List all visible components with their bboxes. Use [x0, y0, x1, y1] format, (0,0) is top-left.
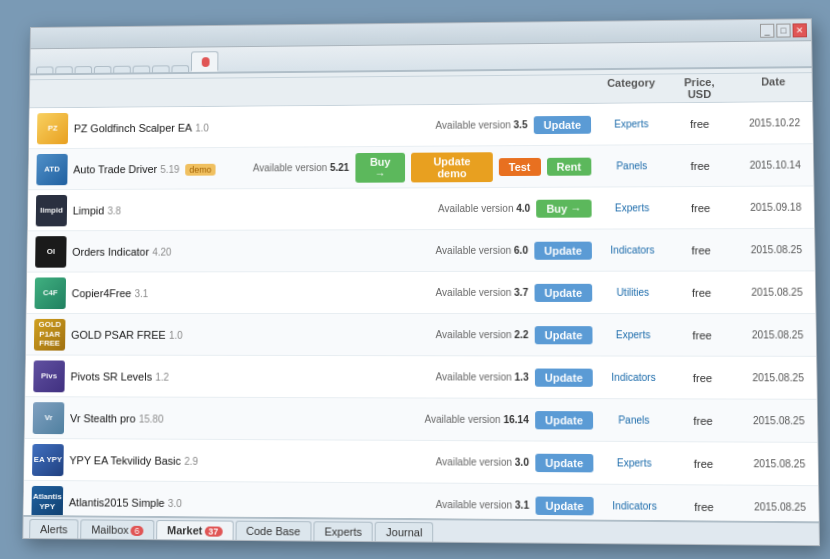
row-title: Vr Stealth pro — [70, 411, 136, 423]
row-category[interactable]: Panels — [591, 160, 672, 171]
row-category[interactable]: Utilities — [592, 286, 673, 297]
table-row: PZ PZ Goldfinch Scalper EA 1.0 Available… — [29, 102, 813, 149]
tab-badge: 37 — [204, 526, 222, 536]
row-icon: ATD — [36, 153, 67, 184]
tab-purchased[interactable] — [191, 51, 218, 72]
row-category[interactable]: Experts — [591, 118, 672, 130]
btn-update[interactable]: Update — [533, 115, 591, 133]
row-icon: Vr — [33, 401, 65, 433]
avail-ver: 3.7 — [514, 286, 528, 297]
row-info-col: Available version 3.7 Update — [252, 283, 592, 301]
table-row: C4F Copier4Free 3.1 Available version 3.… — [27, 271, 816, 314]
col-header-name — [38, 80, 254, 105]
bottom-tab-mailbox[interactable]: Mailbox6 — [80, 519, 154, 539]
tab-indicators[interactable] — [75, 66, 92, 73]
row-name-col: OI Orders Indicator 4.20 — [35, 235, 252, 267]
avail-ver: 4.0 — [516, 202, 530, 213]
row-name-col: limpid Limpid 3.8 — [36, 193, 253, 225]
btn-update[interactable]: Update — [535, 410, 593, 429]
tab-main[interactable] — [36, 66, 53, 73]
tab-analyzers[interactable] — [133, 65, 151, 72]
row-title: GOLD PSAR FREE — [71, 328, 166, 340]
row-date: 2015.10.14 — [728, 159, 805, 170]
row-price: free — [672, 159, 728, 171]
table-row: OI Orders Indicator 4.20 Available versi… — [27, 228, 814, 272]
avail-text: Available version 16.14 — [425, 413, 529, 425]
avail-ver: 16.14 — [503, 413, 528, 424]
avail-text: Available version 3.1 — [436, 498, 529, 510]
row-category[interactable]: Indicators — [594, 500, 676, 512]
row-category[interactable]: Panels — [593, 414, 675, 426]
avail-ver: 3.1 — [515, 499, 529, 510]
row-icon: PZ — [37, 112, 68, 143]
row-name-col: ATD Auto Trade Driver 5.19 demo — [36, 152, 253, 185]
btn-update[interactable]: Update — [535, 453, 593, 472]
table-row: limpid Limpid 3.8 Available version 4.0 … — [28, 186, 814, 231]
btn-update[interactable]: Update — [535, 496, 594, 515]
avail-text: Available version 2.2 — [436, 329, 529, 340]
row-name-col: Pivs Pivots SR Levels 1.2 — [33, 359, 251, 391]
row-name-col: Atlantis YPY Atlantis2015 Simple 3.0 — [31, 485, 250, 519]
row-title: YPY EA Tekvilidy Basic — [69, 453, 181, 466]
row-category[interactable]: Experts — [592, 329, 674, 340]
bottom-tab-market[interactable]: Market37 — [156, 519, 233, 539]
bottom-tab-alerts[interactable]: Alerts — [29, 518, 78, 538]
avail-ver: 3.0 — [515, 456, 529, 467]
avail-ver: 2.2 — [514, 329, 528, 340]
row-version: 3.8 — [107, 204, 121, 215]
row-version: 1.0 — [195, 122, 209, 133]
btn-buy[interactable]: Buy → — [355, 152, 405, 182]
bottom-tab-journal[interactable]: Journal — [375, 521, 434, 541]
row-icon: Pivs — [33, 359, 65, 391]
tab-utilities[interactable] — [152, 65, 170, 72]
tab-panels[interactable] — [94, 65, 111, 72]
avail-text: Available version 5.21 — [253, 162, 349, 173]
row-category[interactable]: Experts — [592, 202, 673, 213]
avail-text: Available version 6.0 — [436, 244, 528, 255]
col-header-category: Category — [591, 76, 672, 101]
row-version: 2.9 — [184, 455, 198, 466]
row-category[interactable]: Experts — [593, 457, 675, 469]
btn-update[interactable]: Update — [534, 325, 592, 343]
bottom-tab-code-base[interactable]: Code Base — [235, 520, 311, 540]
row-info-col: Available version 3.5 Update — [253, 115, 591, 135]
row-price: free — [674, 371, 731, 383]
avail-text: Available version 3.7 — [436, 286, 529, 297]
tab-libraries[interactable] — [113, 65, 131, 72]
row-icon: OI — [35, 235, 66, 267]
row-price: free — [674, 328, 730, 340]
tab-badge: 6 — [131, 525, 144, 535]
maximize-button[interactable]: □ — [776, 23, 790, 37]
row-info-col: Available version 3.0 Update — [251, 451, 593, 471]
row-date: 2015.10.22 — [728, 117, 805, 129]
minimize-button[interactable]: _ — [760, 23, 774, 37]
avail-text: Available version 3.5 — [435, 119, 527, 131]
btn-buy[interactable]: Buy → — [536, 199, 591, 217]
main-window: _ □ ✕ Category Price, USD Date — [22, 18, 820, 546]
table-row: ATD Auto Trade Driver 5.19 demo Availabl… — [29, 144, 814, 190]
row-price: free — [676, 500, 733, 513]
col-header-date: Date — [727, 75, 804, 100]
btn-rent[interactable]: Rent — [547, 157, 592, 175]
row-category[interactable]: Indicators — [592, 244, 673, 255]
row-date: 2015.08.25 — [732, 501, 810, 513]
tab-favorites[interactable] — [171, 65, 189, 72]
row-date: 2015.08.25 — [730, 286, 807, 297]
btn-update[interactable]: Update — [534, 283, 592, 301]
bottom-tab-experts[interactable]: Experts — [313, 521, 373, 541]
row-info-col: Available version 4.0 Buy → — [253, 199, 592, 218]
row-icon: Atlantis YPY — [31, 485, 63, 517]
btn-update[interactable]: Update — [534, 241, 592, 259]
table-row: Atlantis YPY Atlantis2015 Simple 3.0 Ava… — [24, 480, 819, 520]
btn-update-demo[interactable]: Update demo — [411, 151, 492, 181]
row-price: free — [673, 201, 729, 213]
tab-experts[interactable] — [55, 66, 72, 73]
row-category[interactable]: Indicators — [593, 371, 675, 382]
close-button[interactable]: ✕ — [793, 22, 807, 36]
row-price: free — [675, 414, 732, 426]
btn-test[interactable]: Test — [499, 157, 541, 175]
row-info-col: Available version 6.0 Update — [252, 241, 592, 260]
btn-update[interactable]: Update — [535, 368, 593, 386]
table-row: Pivs Pivots SR Levels 1.2 Available vers… — [25, 355, 816, 399]
row-date: 2015.08.25 — [729, 244, 806, 255]
